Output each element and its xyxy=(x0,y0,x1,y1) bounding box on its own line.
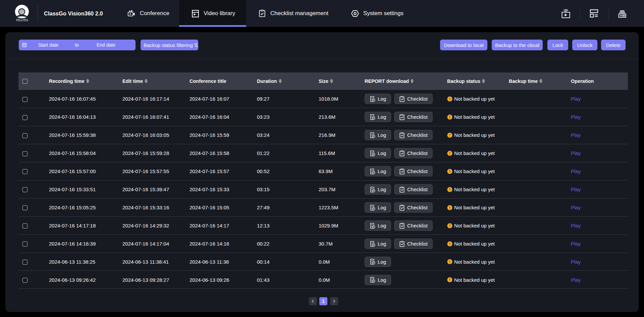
svg-text:TELLYES: TELLYES xyxy=(16,18,28,22)
